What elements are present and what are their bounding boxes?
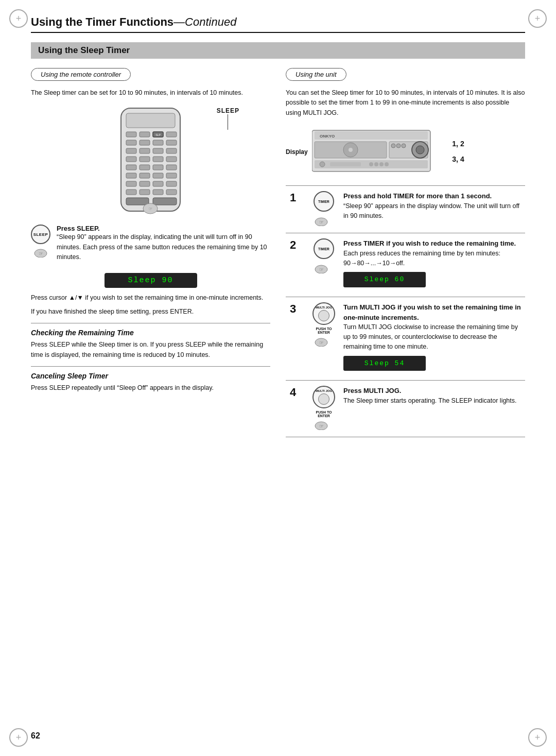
- step-numbers-12: 1, 2: [452, 140, 464, 148]
- svg-text:☞: ☞: [319, 423, 324, 429]
- svg-rect-13: [166, 148, 177, 153]
- svg-rect-2: [126, 132, 136, 137]
- left-intro: The Sleep timer can be set for 10 to 90 …: [31, 88, 270, 98]
- canceling-body: Press SLEEP repeatedly until “Sleep Off”…: [31, 383, 270, 393]
- right-column: Using the unit You can set the Sleep tim…: [286, 68, 525, 437]
- svg-point-55: [320, 162, 325, 167]
- svg-point-51: [402, 144, 406, 148]
- svg-rect-22: [126, 173, 136, 178]
- svg-rect-19: [140, 165, 150, 170]
- hand-press-icon: ☞: [32, 246, 49, 257]
- svg-point-50: [396, 144, 401, 148]
- svg-text:☞: ☞: [149, 207, 152, 211]
- svg-rect-5: [166, 132, 177, 137]
- remote-control-image: SLP ☞: [111, 103, 190, 216]
- step-icon-3: MULTI JOG PUSH TO ENTER ☞: [308, 297, 339, 380]
- step-title-2: Press TIMER if you wish to reduce the re…: [343, 239, 516, 247]
- unit-image-area: Display ONKYO: [286, 125, 525, 178]
- corner-top-left: [9, 9, 28, 28]
- page-header: Using the Timer Functions—Continued: [31, 15, 525, 33]
- svg-rect-29: [166, 181, 177, 186]
- press-sleep-body1: “Sleep 90” appears in the display, indic…: [57, 232, 270, 262]
- svg-rect-14: [126, 157, 136, 162]
- svg-rect-8: [153, 140, 163, 145]
- checking-title: Checking the Remaining Time: [31, 329, 270, 337]
- svg-text:☞: ☞: [319, 267, 324, 272]
- corner-bottom-right: [528, 728, 547, 747]
- svg-rect-33: [166, 190, 177, 195]
- section-title: Using the Sleep Timer: [31, 42, 525, 59]
- canceling-title: Canceling Sleep Timer: [31, 372, 270, 380]
- svg-rect-30: [126, 190, 136, 195]
- left-column: Using the remote controller The Sleep ti…: [31, 68, 270, 437]
- display-box-90: Sleep 90: [105, 273, 197, 288]
- page-title: Using the Timer Functions—Continued: [31, 15, 525, 29]
- sleep-label: SLEEP: [217, 107, 239, 130]
- step-content-4: Press MULTI JOG.The Sleep timer starts o…: [339, 381, 525, 437]
- sleep-button-icon: SLEEP: [31, 225, 50, 244]
- title-continued: —Continued: [173, 15, 236, 28]
- step-number-2: 2: [286, 233, 308, 297]
- svg-rect-16: [153, 157, 163, 162]
- remote-image-area: SLEEP: [31, 103, 270, 216]
- svg-rect-6: [126, 140, 136, 145]
- svg-point-60: [385, 162, 389, 166]
- step-icon-4: MULTI JOG PUSH TO ENTER ☞: [308, 381, 339, 437]
- svg-rect-27: [140, 181, 150, 186]
- display-label: Display: [286, 148, 308, 156]
- right-tab-label: Using the unit: [286, 68, 346, 81]
- steps-table: 1TIMER ☞Press and hold TIMER for more th…: [286, 185, 525, 437]
- svg-text:☞: ☞: [319, 340, 324, 346]
- svg-rect-23: [140, 173, 150, 178]
- press-sleep-body2: Press cursor ▲/▼ if you wish to set the …: [31, 293, 270, 303]
- step-numbers-34: 3, 4: [452, 155, 464, 163]
- svg-rect-11: [140, 148, 150, 153]
- svg-text:SLP: SLP: [155, 133, 161, 136]
- step-content-3: Turn MULTI JOG if you wish to set the re…: [339, 297, 525, 380]
- svg-rect-25: [166, 173, 177, 178]
- svg-rect-3: [140, 132, 150, 137]
- svg-rect-18: [126, 165, 136, 170]
- svg-rect-34: [126, 198, 149, 205]
- right-intro: You can set the Sleep timer for 10 to 90…: [286, 88, 525, 118]
- svg-rect-21: [166, 165, 177, 170]
- step-title-1: Press and hold TIMER for more than 1 sec…: [343, 192, 492, 200]
- step-number-3: 3: [286, 297, 308, 380]
- two-col-layout: Using the remote controller The Sleep ti…: [31, 68, 525, 437]
- svg-rect-35: [153, 198, 177, 205]
- svg-point-49: [391, 144, 395, 148]
- svg-rect-26: [126, 181, 136, 186]
- title-main: Using the Timer Functions: [31, 15, 173, 28]
- svg-rect-7: [140, 140, 150, 145]
- svg-text:☞: ☞: [319, 219, 324, 225]
- press-sleep-section: SLEEP ☞ Press SLEEP. “Sleep 90” appears …: [31, 225, 270, 266]
- step-title-3: Turn MULTI JOG if you wish to set the re…: [343, 303, 521, 321]
- step-content-2: Press TIMER if you wish to reduce the re…: [339, 233, 525, 297]
- svg-point-59: [379, 162, 384, 166]
- checking-body: Press SLEEP while the Sleep timer is on.…: [31, 340, 270, 360]
- svg-rect-9: [166, 140, 177, 145]
- step-content-1: Press and hold TIMER for more than 1 sec…: [339, 186, 525, 233]
- left-tab-label: Using the remote controller: [31, 68, 131, 81]
- svg-point-58: [374, 162, 378, 166]
- svg-rect-32: [153, 190, 163, 195]
- svg-rect-24: [153, 173, 163, 178]
- svg-point-57: [369, 162, 373, 166]
- svg-point-47: [349, 148, 353, 152]
- step-body-1: “Sleep 90” appears in the display window…: [343, 202, 519, 219]
- svg-rect-10: [126, 148, 136, 153]
- svg-rect-31: [140, 190, 150, 195]
- svg-rect-28: [153, 181, 163, 186]
- svg-rect-1: [126, 113, 175, 128]
- press-sleep-body3: If you have finished the sleep time sett…: [31, 307, 270, 317]
- press-sleep-title: Press SLEEP.: [57, 225, 100, 232]
- step-body-2: Each press reduces the remaining time by…: [343, 250, 500, 267]
- step-icon-1: TIMER ☞: [308, 186, 339, 233]
- page-number: 62: [31, 731, 40, 741]
- svg-rect-20: [153, 165, 163, 170]
- corner-top-right: [528, 9, 547, 28]
- step-title-4: Press MULTI JOG.: [343, 387, 401, 394]
- corner-bottom-left: [9, 728, 28, 747]
- svg-rect-17: [166, 157, 177, 162]
- svg-rect-15: [140, 157, 150, 162]
